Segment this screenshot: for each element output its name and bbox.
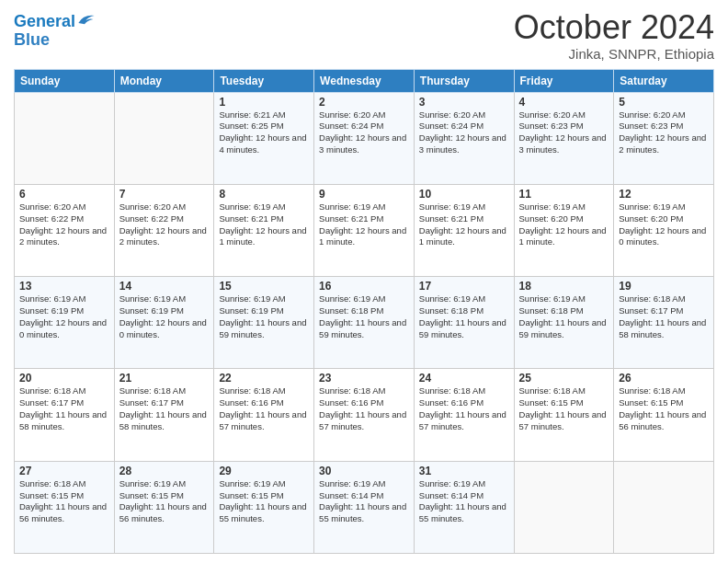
day-number: 2 [319,96,409,109]
weekday-header-cell: Thursday [414,69,514,92]
calendar-cell: 2Sunrise: 6:20 AM Sunset: 6:24 PM Daylig… [314,92,415,184]
day-number: 17 [419,280,509,293]
day-info: Sunrise: 6:19 AM Sunset: 6:21 PM Dayligh… [219,201,309,248]
day-info: Sunrise: 6:20 AM Sunset: 6:22 PM Dayligh… [19,201,109,248]
day-number: 25 [519,372,609,385]
calendar-cell: 26Sunrise: 6:18 AM Sunset: 6:15 PM Dayli… [614,369,714,461]
day-info: Sunrise: 6:18 AM Sunset: 6:17 PM Dayligh… [619,293,709,340]
day-number: 18 [519,280,609,293]
day-info: Sunrise: 6:18 AM Sunset: 6:16 PM Dayligh… [319,385,409,432]
location-subtitle: Jinka, SNNPR, Ethiopia [514,46,714,62]
day-number: 15 [219,280,309,293]
day-info: Sunrise: 6:18 AM Sunset: 6:16 PM Dayligh… [419,385,509,432]
weekday-header-cell: Wednesday [314,69,415,92]
day-info: Sunrise: 6:19 AM Sunset: 6:19 PM Dayligh… [19,293,109,340]
calendar-cell: 29Sunrise: 6:19 AM Sunset: 6:15 PM Dayli… [214,461,314,553]
calendar-week-row: 27Sunrise: 6:18 AM Sunset: 6:15 PM Dayli… [15,461,714,553]
calendar-cell: 6Sunrise: 6:20 AM Sunset: 6:22 PM Daylig… [15,184,115,276]
calendar-cell: 8Sunrise: 6:19 AM Sunset: 6:21 PM Daylig… [214,184,314,276]
calendar-cell: 11Sunrise: 6:19 AM Sunset: 6:20 PM Dayli… [514,184,614,276]
calendar-cell: 30Sunrise: 6:19 AM Sunset: 6:14 PM Dayli… [314,461,415,553]
calendar-cell: 27Sunrise: 6:18 AM Sunset: 6:15 PM Dayli… [15,461,115,553]
weekday-header-cell: Tuesday [214,69,314,92]
day-info: Sunrise: 6:19 AM Sunset: 6:21 PM Dayligh… [319,201,409,248]
calendar-cell: 23Sunrise: 6:18 AM Sunset: 6:16 PM Dayli… [314,369,415,461]
day-number: 5 [619,96,709,109]
day-number: 29 [219,465,309,477]
day-info: Sunrise: 6:19 AM Sunset: 6:21 PM Dayligh… [419,201,509,248]
day-number: 14 [119,280,210,293]
day-info: Sunrise: 6:20 AM Sunset: 6:22 PM Dayligh… [119,201,210,248]
weekday-header-row: SundayMondayTuesdayWednesdayThursdayFrid… [15,69,714,92]
day-number: 16 [319,280,409,293]
logo-text-general: General [14,13,75,31]
calendar-cell: 31Sunrise: 6:19 AM Sunset: 6:14 PM Dayli… [414,461,514,553]
day-number: 13 [19,280,109,293]
weekday-header-cell: Saturday [614,69,714,92]
calendar-week-row: 13Sunrise: 6:19 AM Sunset: 6:19 PM Dayli… [15,277,714,369]
day-number: 19 [619,280,709,293]
day-number: 23 [319,372,409,385]
weekday-header-cell: Sunday [15,69,115,92]
day-info: Sunrise: 6:19 AM Sunset: 6:18 PM Dayligh… [319,293,409,340]
day-number: 6 [19,188,109,201]
day-info: Sunrise: 6:19 AM Sunset: 6:14 PM Dayligh… [419,478,509,525]
day-info: Sunrise: 6:20 AM Sunset: 6:24 PM Dayligh… [319,109,409,156]
calendar-cell: 24Sunrise: 6:18 AM Sunset: 6:16 PM Dayli… [414,369,514,461]
calendar-cell: 3Sunrise: 6:20 AM Sunset: 6:24 PM Daylig… [414,92,514,184]
calendar-cell: 16Sunrise: 6:19 AM Sunset: 6:18 PM Dayli… [314,277,415,369]
calendar-cell: 4Sunrise: 6:20 AM Sunset: 6:23 PM Daylig… [514,92,614,184]
calendar-table: SundayMondayTuesdayWednesdayThursdayFrid… [14,69,714,554]
day-info: Sunrise: 6:21 AM Sunset: 6:25 PM Dayligh… [219,109,309,156]
day-info: Sunrise: 6:18 AM Sunset: 6:17 PM Dayligh… [119,385,210,432]
calendar-cell: 12Sunrise: 6:19 AM Sunset: 6:20 PM Dayli… [614,184,714,276]
calendar-cell: 19Sunrise: 6:18 AM Sunset: 6:17 PM Dayli… [614,277,714,369]
calendar-cell: 7Sunrise: 6:20 AM Sunset: 6:22 PM Daylig… [114,184,214,276]
day-number: 24 [419,372,509,385]
page-header: General Blue October 2024 Jinka, SNNPR, … [14,9,714,62]
day-info: Sunrise: 6:18 AM Sunset: 6:16 PM Dayligh… [219,385,309,432]
day-number: 22 [219,372,309,385]
weekday-header-cell: Friday [514,69,614,92]
weekday-header-cell: Monday [114,69,214,92]
calendar-cell: 18Sunrise: 6:19 AM Sunset: 6:18 PM Dayli… [514,277,614,369]
day-info: Sunrise: 6:19 AM Sunset: 6:14 PM Dayligh… [319,478,409,525]
calendar-cell: 10Sunrise: 6:19 AM Sunset: 6:21 PM Dayli… [414,184,514,276]
day-number: 7 [119,188,210,201]
calendar-cell [114,92,214,184]
day-number: 11 [519,188,609,201]
day-info: Sunrise: 6:19 AM Sunset: 6:18 PM Dayligh… [419,293,509,340]
day-number: 9 [319,188,409,201]
calendar-cell: 25Sunrise: 6:18 AM Sunset: 6:15 PM Dayli… [514,369,614,461]
logo: General Blue [14,13,96,50]
day-number: 30 [319,465,409,477]
day-number: 1 [219,96,309,109]
calendar-week-row: 20Sunrise: 6:18 AM Sunset: 6:17 PM Dayli… [15,369,714,461]
calendar-cell: 21Sunrise: 6:18 AM Sunset: 6:17 PM Dayli… [114,369,214,461]
day-number: 27 [19,465,109,477]
calendar-cell: 20Sunrise: 6:18 AM Sunset: 6:17 PM Dayli… [15,369,115,461]
day-number: 3 [419,96,509,109]
title-block: October 2024 Jinka, SNNPR, Ethiopia [514,9,714,62]
day-number: 4 [519,96,609,109]
day-info: Sunrise: 6:19 AM Sunset: 6:20 PM Dayligh… [619,201,709,248]
day-number: 31 [419,465,509,477]
day-info: Sunrise: 6:20 AM Sunset: 6:24 PM Dayligh… [419,109,509,156]
calendar-cell: 22Sunrise: 6:18 AM Sunset: 6:16 PM Dayli… [214,369,314,461]
calendar-body: 1Sunrise: 6:21 AM Sunset: 6:25 PM Daylig… [15,92,714,553]
day-info: Sunrise: 6:18 AM Sunset: 6:15 PM Dayligh… [19,478,109,525]
day-number: 28 [119,465,210,477]
day-info: Sunrise: 6:18 AM Sunset: 6:15 PM Dayligh… [619,385,709,432]
calendar-week-row: 6Sunrise: 6:20 AM Sunset: 6:22 PM Daylig… [15,184,714,276]
day-number: 20 [19,372,109,385]
calendar-cell [614,461,714,553]
calendar-cell: 15Sunrise: 6:19 AM Sunset: 6:19 PM Dayli… [214,277,314,369]
calendar-cell [514,461,614,553]
day-info: Sunrise: 6:19 AM Sunset: 6:18 PM Dayligh… [519,293,609,340]
calendar-cell: 14Sunrise: 6:19 AM Sunset: 6:19 PM Dayli… [114,277,214,369]
day-number: 8 [219,188,309,201]
day-number: 21 [119,372,210,385]
logo-text-blue: Blue [14,31,96,50]
calendar-cell [15,92,115,184]
day-number: 10 [419,188,509,201]
